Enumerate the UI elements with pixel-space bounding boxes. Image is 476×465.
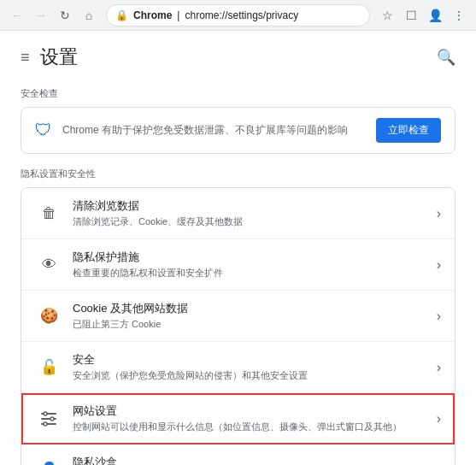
- item-title-3: 安全: [73, 352, 437, 368]
- toolbar-right: ☆ ☐ 👤 ⋮: [377, 5, 469, 26]
- clear-browsing-data-item[interactable]: 🗑 清除浏览数据 清除浏览记录、Cookie、缓存及其他数据 ›: [21, 188, 455, 239]
- security-item[interactable]: 🔓 安全 安全浏览（保护您免受危险网站的侵害）和其他安全设置 ›: [21, 342, 455, 393]
- forward-button[interactable]: →: [31, 5, 51, 26]
- arrow-icon-3: ›: [437, 360, 441, 375]
- privacy-section-title: 隐私设置和安全性: [21, 168, 455, 180]
- hamburger-menu[interactable]: ≡: [21, 49, 30, 67]
- settings-page: ≡ 设置 🔍 安全检查 🛡 Chrome 有助于保护您免受数据泄露、不良扩展库等…: [0, 31, 476, 465]
- safety-check-section-title: 安全检查: [21, 87, 455, 100]
- arrow-icon-2: ›: [437, 309, 441, 324]
- svg-point-5: [44, 422, 47, 426]
- eye-icon: 👁: [35, 251, 62, 279]
- arrow-icon-0: ›: [437, 206, 441, 221]
- browser-chrome: ← → ↻ ⌂ 🔒 Chrome | chrome://settings/pri…: [0, 0, 476, 31]
- reload-button[interactable]: ↻: [55, 5, 75, 26]
- profile-icon[interactable]: 👤: [425, 5, 445, 26]
- address-bar[interactable]: 🔒 Chrome | chrome://settings/privacy: [106, 4, 370, 26]
- item-title-5: 隐私沙盒: [73, 455, 431, 465]
- url-text: chrome://settings/privacy: [185, 9, 298, 21]
- page-header: ≡ 设置 🔍: [21, 44, 455, 70]
- item-title-2: Cookie 及其他网站数据: [73, 301, 437, 316]
- item-subtitle-3: 安全浏览（保护您免受危险网站的侵害）和其他安全设置: [73, 369, 437, 382]
- item-text-2: Cookie 及其他网站数据 已阻止第三方 Cookie: [73, 301, 437, 331]
- privacy-sandbox-item[interactable]: 👤 隐私沙盒 试用版功能已开启 ↗: [21, 444, 455, 465]
- lock-settings-icon: 🔓: [35, 354, 62, 381]
- check-now-button[interactable]: 立即检查: [376, 118, 441, 143]
- item-subtitle-2: 已阻止第三方 Cookie: [73, 318, 437, 331]
- item-title-4: 网站设置: [73, 403, 437, 419]
- privacy-protection-item[interactable]: 👁 隐私保护措施 检查重要的隐私权和设置和安全扩件 ›: [21, 239, 455, 291]
- back-button[interactable]: ←: [7, 5, 27, 26]
- star-icon[interactable]: ☆: [377, 5, 397, 26]
- item-text-5: 隐私沙盒 试用版功能已开启: [73, 455, 431, 465]
- cookie-icon: 🍪: [35, 303, 62, 330]
- arrow-icon-1: ›: [437, 257, 441, 273]
- profile-settings-icon: 👤: [35, 456, 62, 466]
- item-text-4: 网站设置 控制网站可以使用和显示什么信息（如位置信息、摄像头、弹出式窗口及其他）: [73, 403, 437, 433]
- svg-point-3: [44, 412, 47, 415]
- cookies-item[interactable]: 🍪 Cookie 及其他网站数据 已阻止第三方 Cookie ›: [21, 291, 455, 342]
- page-title: 设置: [40, 44, 78, 70]
- main-content: ≡ 设置 🔍 安全检查 🛡 Chrome 有助于保护您免受数据泄露、不良扩展库等…: [0, 31, 476, 465]
- item-title-1: 隐私保护措施: [73, 250, 437, 265]
- item-text-1: 隐私保护措施 检查重要的隐私权和设置和安全扩件: [73, 250, 437, 280]
- safety-description: Chrome 有助于保护您免受数据泄露、不良扩展库等问题的影响: [62, 123, 366, 138]
- site-settings-item[interactable]: 网站设置 控制网站可以使用和显示什么信息（如位置信息、摄像头、弹出式窗口及其他）…: [21, 393, 455, 444]
- item-subtitle-4: 控制网站可以使用和显示什么信息（如位置信息、摄像头、弹出式窗口及其他）: [73, 421, 437, 433]
- menu-icon[interactable]: ⋮: [449, 5, 469, 26]
- item-subtitle-1: 检查重要的隐私权和设置和安全扩件: [73, 267, 437, 280]
- extension-icon[interactable]: ☐: [401, 5, 421, 26]
- nav-buttons: ← → ↻ ⌂: [7, 5, 99, 26]
- brand-name: Chrome: [133, 9, 172, 21]
- shield-icon: 🛡: [35, 121, 52, 140]
- item-text-0: 清除浏览数据 清除浏览记录、Cookie、缓存及其他数据: [73, 198, 437, 228]
- trash-icon: 🗑: [35, 200, 62, 227]
- home-button[interactable]: ⌂: [79, 5, 99, 26]
- settings-list: 🗑 清除浏览数据 清除浏览记录、Cookie、缓存及其他数据 › 👁 隐私保护措…: [21, 187, 455, 465]
- item-text-3: 安全 安全浏览（保护您免受危险网站的侵害）和其他安全设置: [73, 352, 437, 382]
- site-settings-icon: [35, 405, 62, 433]
- arrow-icon-4: ›: [437, 411, 441, 427]
- url-separator: |: [177, 9, 179, 21]
- safety-check-card: 🛡 Chrome 有助于保护您免受数据泄露、不良扩展库等问题的影响 立即检查: [21, 107, 455, 154]
- item-subtitle-0: 清除浏览记录、Cookie、缓存及其他数据: [73, 215, 437, 228]
- lock-icon: 🔒: [115, 9, 128, 21]
- item-title-0: 清除浏览数据: [73, 198, 437, 214]
- svg-point-4: [50, 417, 54, 421]
- search-icon[interactable]: 🔍: [437, 48, 455, 67]
